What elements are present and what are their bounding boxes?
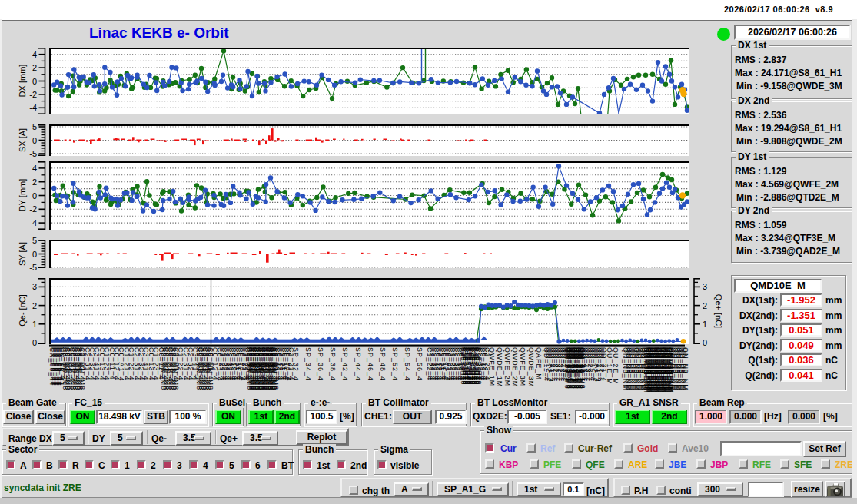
svg-text:SP_54_4: SP_54_4 (404, 347, 411, 381)
svg-text:-4: -4 (29, 103, 37, 112)
svg-text:QWDE_2M: QWDE_2M (511, 347, 519, 387)
svg-text:1: 1 (32, 320, 37, 329)
svg-text:SY [A]: SY [A] (18, 242, 27, 266)
svg-text:-4: -4 (29, 218, 37, 227)
svg-text:QWDE_1M: QWDE_1M (496, 347, 503, 387)
svg-text:QWFE_3M: QWFE_3M (519, 347, 526, 386)
svg-text:5: 5 (32, 122, 37, 131)
svg-text:4: 4 (32, 164, 37, 173)
svg-text:0: 0 (703, 338, 707, 347)
svg-text:QWFE_2M: QWFE_2M (503, 347, 511, 386)
svg-text:SP_56_4: SP_56_4 (416, 347, 424, 381)
svg-text:SP_38_4: SP_38_4 (329, 347, 337, 381)
svg-text:SP_36_4: SP_36_4 (317, 347, 324, 381)
svg-text:QU_2E_M: QU_2E_M (612, 347, 619, 385)
svg-text:SP_48_4: SP_48_4 (379, 347, 387, 381)
svg-text:8_61_H18: 8_61_H18 (475, 347, 483, 385)
svg-text:QAFE_M: QAFE_M (535, 347, 543, 380)
svg-text:SP_44_4: SP_44_4 (354, 347, 362, 381)
svg-text:A0_MM_M8: A0_MM_M8 (272, 347, 280, 390)
svg-text:0: 0 (32, 77, 37, 86)
svg-text:QWDE_3M: QWDE_3M (527, 347, 535, 387)
svg-text:-5: -5 (29, 263, 37, 272)
svg-text:-5: -5 (29, 149, 37, 158)
svg-text:1: 1 (703, 320, 707, 329)
svg-text:SX [A]: SX [A] (18, 128, 27, 152)
svg-text:DX [mm]: DX [mm] (18, 65, 27, 98)
svg-text:0: 0 (32, 250, 37, 259)
svg-text:2: 2 (703, 301, 707, 310)
svg-text:SP_52_4: SP_52_4 (391, 347, 399, 381)
svg-text:A0_MM_M8: A0_MM_M8 (172, 347, 180, 390)
svg-text:4: 4 (32, 50, 37, 59)
svg-text:2: 2 (32, 177, 37, 187)
svg-text:SP_46_4: SP_46_4 (367, 347, 374, 381)
svg-text:0: 0 (32, 338, 37, 347)
svg-text:3: 3 (703, 282, 707, 291)
svg-text:-2: -2 (29, 90, 37, 99)
svg-text:3: 3 (32, 282, 37, 291)
svg-text:SP_42_4: SP_42_4 (341, 347, 349, 381)
svg-text:NNM8NENM: NNM8NENM (667, 347, 675, 393)
svg-text:0: 0 (32, 191, 37, 201)
svg-text:QN_N8_NM: QN_N8_NM (682, 347, 689, 391)
svg-text:0: 0 (32, 136, 37, 145)
svg-text:-2: -2 (29, 204, 37, 214)
svg-text:DY [mm]: DY [mm] (18, 179, 27, 212)
svg-text:Qe+ [nC]: Qe+ [nC] (714, 294, 723, 328)
svg-text:QM_88_M8: QM_88_M8 (579, 347, 586, 390)
svg-text:Qe- [nC]: Qe- [nC] (18, 294, 27, 327)
svg-text:QWFE_1M: QWFE_1M (488, 347, 496, 386)
svg-text:A0_MM_M8: A0_MM_M8 (207, 347, 214, 390)
svg-text:5: 5 (32, 236, 37, 245)
svg-text:SP_32_4: SP_32_4 (292, 347, 300, 381)
svg-text:SP_34_4: SP_34_4 (304, 347, 312, 381)
svg-text:2: 2 (32, 63, 37, 72)
svg-text:A0_MM_M8: A0_MM_M8 (78, 347, 86, 390)
svg-text:2: 2 (32, 301, 37, 310)
